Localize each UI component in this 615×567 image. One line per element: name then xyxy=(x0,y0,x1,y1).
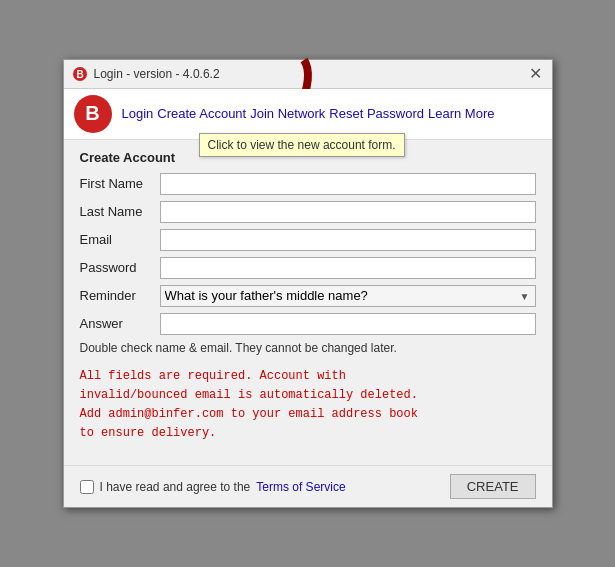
password-input[interactable] xyxy=(160,257,536,279)
create-button[interactable]: CREATE xyxy=(450,474,536,499)
last-name-row: Last Name xyxy=(80,201,536,223)
warning-line2: invalid/bounced email is automatically d… xyxy=(80,386,536,405)
footer: I have read and agree to the Terms of Se… xyxy=(64,465,552,507)
warning-line3: Add admin@binfer.com to your email addre… xyxy=(80,405,536,424)
password-row: Password xyxy=(80,257,536,279)
warning-line4: to ensure delivery. xyxy=(80,424,536,443)
first-name-input[interactable] xyxy=(160,173,536,195)
reminder-select[interactable]: What is your father's middle name? What … xyxy=(160,285,536,307)
double-check-note: Double check name & email. They cannot b… xyxy=(80,341,536,355)
warning-line1: All fields are required. Account with xyxy=(80,367,536,386)
nav-learn-more[interactable]: Learn More xyxy=(428,106,494,121)
email-row: Email xyxy=(80,229,536,251)
tos-link[interactable]: Terms of Service xyxy=(256,480,345,494)
warning-text: All fields are required. Account with in… xyxy=(80,363,536,448)
tos-label: I have read and agree to the xyxy=(100,480,251,494)
app-logo: B xyxy=(74,95,112,133)
reminder-label: Reminder xyxy=(80,288,160,303)
answer-label: Answer xyxy=(80,316,160,331)
close-button[interactable]: ✕ xyxy=(527,66,544,82)
email-label: Email xyxy=(80,232,160,247)
app-icon: B xyxy=(72,66,88,82)
nav-join-network[interactable]: Join Network xyxy=(250,106,325,121)
nav-tooltip: Click to view the new account form. xyxy=(199,133,405,157)
nav-create-account[interactable]: Create Account xyxy=(157,106,246,121)
nav-bar: B Login Create Account Join Network Rese… xyxy=(64,89,552,140)
nav-login[interactable]: Login xyxy=(122,106,154,121)
window-title: Login - version - 4.0.6.2 xyxy=(94,67,220,81)
answer-row: Answer xyxy=(80,313,536,335)
answer-input[interactable] xyxy=(160,313,536,335)
last-name-input[interactable] xyxy=(160,201,536,223)
title-bar: B Login - version - 4.0.6.2 ✕ xyxy=(64,60,552,89)
main-window: B Login - version - 4.0.6.2 ✕ B Login Cr… xyxy=(63,59,553,509)
tos-checkbox[interactable] xyxy=(80,480,94,494)
password-label: Password xyxy=(80,260,160,275)
reminder-row: Reminder What is your father's middle na… xyxy=(80,285,536,307)
first-name-row: First Name xyxy=(80,173,536,195)
form-content: Create Account First Name Last Name Emai… xyxy=(64,140,552,466)
email-input[interactable] xyxy=(160,229,536,251)
last-name-label: Last Name xyxy=(80,204,160,219)
svg-text:B: B xyxy=(76,69,83,80)
first-name-label: First Name xyxy=(80,176,160,191)
nav-reset-password[interactable]: Reset Password xyxy=(329,106,424,121)
reminder-select-wrapper: What is your father's middle name? What … xyxy=(160,285,536,307)
title-bar-left: B Login - version - 4.0.6.2 xyxy=(72,66,220,82)
